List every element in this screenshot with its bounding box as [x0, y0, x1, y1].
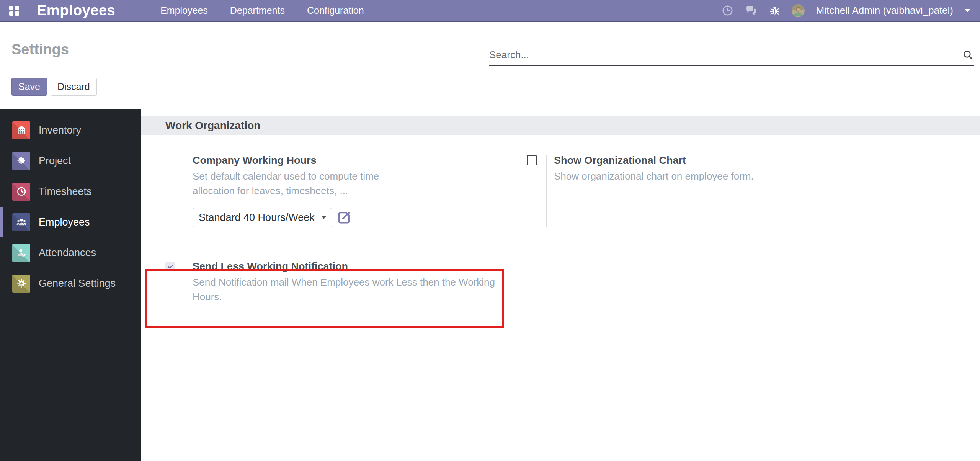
- top-navbar: Employees Employees Departments Configur…: [0, 0, 980, 22]
- settings-content: Work Organization Company Working Hours …: [141, 109, 980, 461]
- sidebar-item-general-settings[interactable]: General Settings: [0, 268, 141, 299]
- setting-left-pane: [165, 261, 185, 304]
- working-hours-select-value: Standard 40 Hours/Week: [199, 212, 315, 224]
- action-buttons: Save Discard: [11, 78, 97, 96]
- setting-right-pane: Send Less Working Notification Send Noti…: [185, 261, 527, 304]
- setting-title: Company Working Hours: [193, 155, 527, 167]
- save-button[interactable]: Save: [11, 78, 47, 96]
- sidebar-label: Project: [39, 155, 71, 167]
- nav-item-configuration[interactable]: Configuration: [307, 5, 364, 16]
- app-title: Employees: [37, 2, 115, 19]
- top-menu: Employees Departments Configuration: [160, 5, 364, 16]
- messages-icon[interactable]: [745, 4, 758, 17]
- setting-left-pane: [165, 155, 185, 227]
- sidebar-label: General Settings: [39, 278, 116, 289]
- sidebar-item-inventory[interactable]: Inventory: [0, 115, 141, 145]
- activities-clock-icon[interactable]: [722, 5, 733, 16]
- show-org-chart-checkbox[interactable]: [527, 155, 537, 165]
- sidebar-item-attendances[interactable]: Attendances: [0, 237, 141, 268]
- page-title: Settings: [11, 41, 69, 58]
- sidebar-item-timesheets[interactable]: Timesheets: [0, 176, 141, 207]
- setting-description: Set default calendar used to compute tim…: [193, 169, 395, 198]
- section-title: Work Organization: [165, 119, 260, 132]
- setting-right-pane: Company Working Hours Set default calend…: [185, 155, 527, 227]
- section-header-work-organization: Work Organization: [141, 116, 980, 135]
- search-bar: [489, 44, 974, 66]
- setting-description: Send Notification mail When Employees wo…: [193, 275, 495, 304]
- send-less-working-notification-checkbox[interactable]: [165, 262, 175, 271]
- setting-description: Show organizational chart on employee fo…: [554, 169, 888, 183]
- navbar-right: Mitchell Admin (vaibhavi_patel): [722, 4, 980, 17]
- sidebar-item-project[interactable]: Project: [0, 145, 141, 176]
- inventory-icon: [12, 121, 30, 139]
- attendances-icon: [12, 244, 30, 262]
- working-hours-select[interactable]: Standard 40 Hours/Week: [193, 208, 332, 227]
- employees-icon: [12, 213, 30, 231]
- search-icon[interactable]: [962, 49, 974, 61]
- general-settings-icon: [12, 275, 30, 293]
- sidebar-label: Employees: [39, 216, 90, 228]
- user-menu[interactable]: Mitchell Admin (vaibhavi_patel): [816, 5, 953, 16]
- sidebar-label: Inventory: [39, 124, 81, 136]
- settings-row-1: Company Working Hours Set default calend…: [141, 155, 980, 227]
- setting-title: Send Less Working Notification: [193, 261, 527, 273]
- sidebar-label: Timesheets: [39, 186, 92, 198]
- sidebar-label: Attendances: [39, 247, 96, 259]
- chevron-down-icon[interactable]: [965, 9, 970, 12]
- settings-sidebar: Inventory Project Timesheets Employees A…: [0, 109, 141, 461]
- timesheets-icon: [12, 183, 30, 201]
- setting-company-working-hours: Company Working Hours Set default calend…: [165, 155, 527, 227]
- user-avatar[interactable]: [792, 4, 805, 17]
- project-icon: [12, 152, 30, 170]
- search-input[interactable]: [489, 49, 962, 61]
- setting-right-pane: Show Organizational Chart Show organizat…: [546, 155, 888, 227]
- select-caret-icon: [322, 216, 326, 219]
- setting-send-less-working-notification: Send Less Working Notification Send Noti…: [165, 261, 527, 304]
- debug-icon[interactable]: [769, 5, 780, 16]
- apps-menu-icon[interactable]: [9, 6, 19, 16]
- external-link-icon[interactable]: [337, 211, 351, 225]
- setting-show-org-chart: Show Organizational Chart Show organizat…: [527, 155, 888, 227]
- sidebar-item-employees[interactable]: Employees: [0, 207, 141, 237]
- settings-row-2: Send Less Working Notification Send Noti…: [141, 261, 980, 304]
- nav-item-employees[interactable]: Employees: [160, 5, 208, 16]
- discard-button[interactable]: Discard: [51, 78, 97, 96]
- setting-left-pane: [527, 155, 546, 227]
- setting-title: Show Organizational Chart: [554, 155, 888, 167]
- working-hours-select-row: Standard 40 Hours/Week: [193, 208, 527, 227]
- nav-item-departments[interactable]: Departments: [230, 5, 285, 16]
